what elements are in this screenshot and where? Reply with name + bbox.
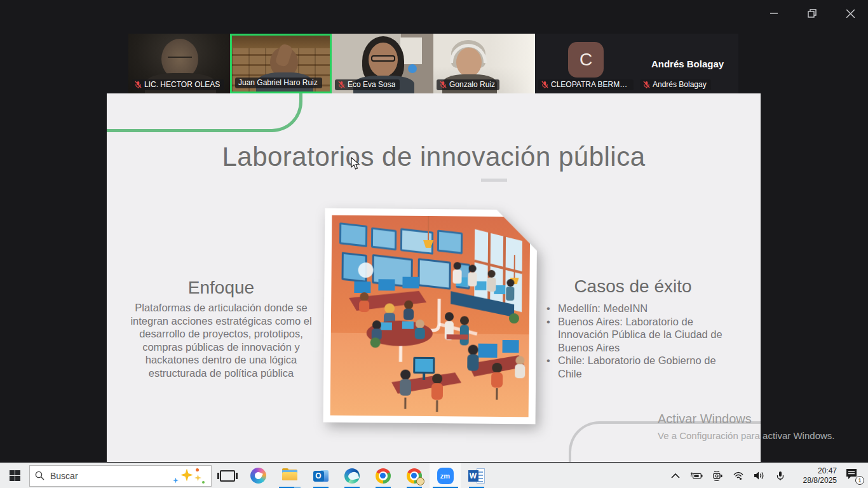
participant-video-active-speaker[interactable]: Juan Gabriel Haro Ruiz bbox=[230, 34, 332, 93]
participant-video[interactable]: Gonzalo Ruiz bbox=[433, 34, 535, 93]
edge-icon bbox=[344, 468, 360, 484]
participant-video[interactable]: LIC. HECTOR OLEAS bbox=[128, 34, 230, 93]
mouse-cursor bbox=[351, 157, 361, 171]
minimize-button[interactable] bbox=[763, 4, 785, 23]
participant-name: Gonzalo Ruiz bbox=[449, 80, 495, 89]
word-button[interactable]: W bbox=[461, 463, 492, 488]
edge-button[interactable] bbox=[336, 463, 367, 488]
enfoque-section: Enfoque Plataformas de articulación dond… bbox=[125, 278, 318, 380]
participant-name: LIC. HECTOR OLEAS bbox=[144, 80, 220, 89]
copilot-icon bbox=[250, 468, 266, 484]
zoom-app-button[interactable]: zm bbox=[430, 463, 461, 488]
casos-item: Chile: Laboratorio de Gobierno de Chile bbox=[546, 354, 728, 380]
start-button[interactable] bbox=[0, 463, 29, 488]
muted-mic-icon bbox=[135, 81, 142, 89]
zoom-icon: zm bbox=[437, 468, 454, 484]
enfoque-heading: Enfoque bbox=[125, 278, 318, 298]
enfoque-body: Plataformas de articulación donde se int… bbox=[125, 301, 318, 380]
muted-mic-icon bbox=[440, 81, 447, 89]
casos-item: Buenos Aires: Laboratorio de Innovación … bbox=[546, 315, 728, 355]
participant-name-tag: CLEOPATRA BERMUD... bbox=[538, 79, 634, 90]
casos-item: Medellín: MedeINN bbox=[546, 302, 728, 315]
participant-name-tag: Eco Eva Sosa bbox=[335, 79, 400, 90]
casos-section: Casos de éxito Medellín: MedeINN Buenos … bbox=[538, 276, 728, 381]
task-view-icon bbox=[220, 470, 235, 482]
wifi-icon[interactable] bbox=[732, 469, 745, 483]
search-input[interactable]: Buscar bbox=[29, 465, 212, 487]
tray-expand-button[interactable] bbox=[669, 469, 682, 483]
chrome-icon bbox=[407, 468, 422, 484]
tray-date: 28/8/2025 bbox=[795, 476, 837, 485]
profile-badge-icon bbox=[416, 477, 424, 485]
casos-heading: Casos de éxito bbox=[538, 276, 728, 297]
chrome-profile-button[interactable] bbox=[398, 463, 430, 488]
participant-name-tag: Juan Gabriel Haro Ruiz bbox=[235, 78, 322, 88]
participant-name-tag: Andrés Bolagay bbox=[640, 79, 711, 90]
participant-video[interactable]: Eco Eva Sosa bbox=[332, 34, 433, 93]
muted-mic-icon bbox=[338, 81, 345, 89]
microphone-icon[interactable] bbox=[774, 469, 787, 483]
casos-list: Medellín: MedeINN Buenos Aires: Laborato… bbox=[538, 302, 728, 381]
slide-title: Laboratorios de innovación pública bbox=[107, 142, 761, 172]
file-explorer-button[interactable] bbox=[274, 463, 305, 488]
title-underline-dash bbox=[481, 179, 507, 182]
participant-name: Eco Eva Sosa bbox=[348, 80, 395, 89]
notification-center-button[interactable]: 1 bbox=[845, 468, 862, 484]
taskbar: Buscar O bbox=[0, 463, 868, 488]
notification-count-badge: 1 bbox=[855, 476, 864, 485]
tray-time: 20:47 bbox=[795, 466, 837, 476]
muted-mic-icon bbox=[643, 81, 650, 89]
participant-name: CLEOPATRA BERMUD... bbox=[551, 80, 629, 89]
battery-charging-icon[interactable] bbox=[690, 469, 703, 483]
windows-logo-icon bbox=[10, 470, 20, 481]
windows-activation-watermark: Activar Windows Ve a Configuración para … bbox=[658, 412, 834, 441]
outlook-icon: O bbox=[313, 469, 329, 483]
green-corner-decoration bbox=[107, 93, 302, 132]
file-explorer-icon bbox=[282, 470, 297, 482]
clock[interactable]: 20:47 28/8/2025 bbox=[795, 466, 837, 485]
task-view-button[interactable] bbox=[212, 463, 243, 488]
participant-video[interactable]: Andrés Bolagay Andrés Bolagay bbox=[637, 34, 738, 93]
system-tray: 20:47 28/8/2025 1 bbox=[669, 466, 868, 485]
avatar: C bbox=[568, 42, 604, 78]
restore-button[interactable] bbox=[801, 4, 824, 23]
camera-in-use-icon[interactable] bbox=[711, 469, 724, 483]
window-controls bbox=[763, 0, 868, 27]
participant-name: Andrés Bolagay bbox=[653, 80, 707, 89]
search-highlights-sparkle-icon bbox=[172, 466, 206, 485]
search-placeholder: Buscar bbox=[50, 471, 78, 481]
participant-video[interactable]: C CLEOPATRA BERMUD... bbox=[535, 34, 637, 93]
muted-mic-icon bbox=[541, 81, 548, 89]
outlook-button[interactable]: O bbox=[305, 463, 336, 488]
copilot-button[interactable] bbox=[243, 463, 274, 488]
chrome-button[interactable] bbox=[367, 463, 398, 488]
shared-screen-slide: Laboratorios de innovación pública Enfoq… bbox=[107, 93, 761, 462]
watermark-line2: Ve a Configuración para activar Windows. bbox=[658, 430, 834, 441]
participant-video-strip: LIC. HECTOR OLEAS Juan Gabriel Haro Ruiz… bbox=[128, 34, 738, 93]
participant-name-tag: LIC. HECTOR OLEAS bbox=[132, 79, 224, 90]
close-button[interactable] bbox=[839, 4, 862, 23]
innovation-lab-illustration bbox=[323, 208, 538, 424]
word-icon: W bbox=[468, 468, 485, 484]
search-icon bbox=[35, 471, 44, 480]
chrome-icon bbox=[376, 468, 391, 484]
watermark-line1: Activar Windows bbox=[658, 412, 834, 426]
participant-name-tag: Gonzalo Ruiz bbox=[437, 79, 499, 90]
participant-name: Juan Gabriel Haro Ruiz bbox=[238, 78, 318, 87]
volume-icon[interactable] bbox=[753, 469, 766, 483]
